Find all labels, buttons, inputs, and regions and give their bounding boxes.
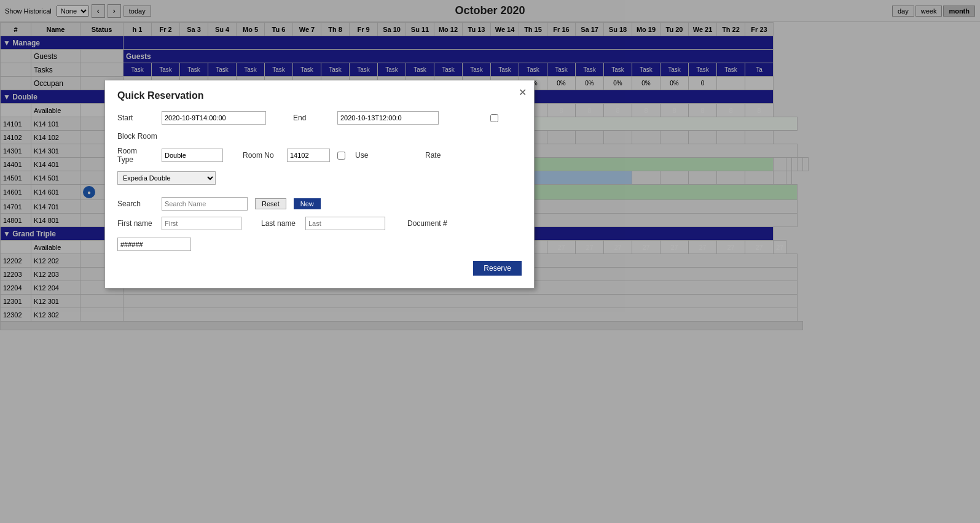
modal-close-button[interactable]: ✕: [519, 87, 527, 98]
document-label: Document #: [407, 219, 447, 228]
use-checkbox[interactable]: [337, 152, 345, 160]
modal-row-2: RoomType Room No Use Rate Expedia Double…: [117, 147, 522, 185]
rate-label: Rate: [425, 151, 462, 160]
modal-row-4: First name Last name Document #: [117, 217, 522, 251]
end-label: End: [293, 114, 330, 122]
block-room-label: Block Room: [117, 132, 157, 141]
use-label: Use: [355, 151, 392, 160]
room-no-input[interactable]: [287, 149, 330, 162]
modal-row-1: Start End Block Room: [117, 111, 522, 141]
room-type-input[interactable]: [162, 149, 223, 162]
block-room-checkbox[interactable]: [490, 114, 498, 122]
last-name-label: Last name: [261, 219, 298, 228]
modal-row-3: Search Reset New: [117, 197, 522, 211]
reset-button[interactable]: Reset: [255, 198, 286, 209]
last-name-input[interactable]: [305, 217, 385, 230]
room-type-label: RoomType: [117, 147, 154, 164]
first-name-input[interactable]: [162, 217, 241, 230]
reserve-button[interactable]: Reserve: [473, 261, 522, 276]
new-button[interactable]: New: [294, 198, 321, 209]
first-name-label: First name: [117, 219, 154, 228]
quick-reservation-modal: Quick Reservation ✕ Start End Block Room…: [104, 80, 535, 289]
room-no-label: Room No: [243, 151, 280, 160]
start-input[interactable]: [162, 111, 266, 125]
modal-overlay: Quick Reservation ✕ Start End Block Room…: [0, 0, 980, 523]
modal-footer: Reserve: [117, 261, 522, 276]
search-label: Search: [117, 200, 154, 208]
document-input[interactable]: [117, 238, 191, 251]
start-label: Start: [117, 114, 154, 122]
modal-title: Quick Reservation: [117, 90, 522, 101]
end-input[interactable]: [337, 111, 439, 125]
search-input[interactable]: [162, 197, 248, 211]
rate-select[interactable]: Expedia Double Standard Corporate: [117, 171, 216, 185]
